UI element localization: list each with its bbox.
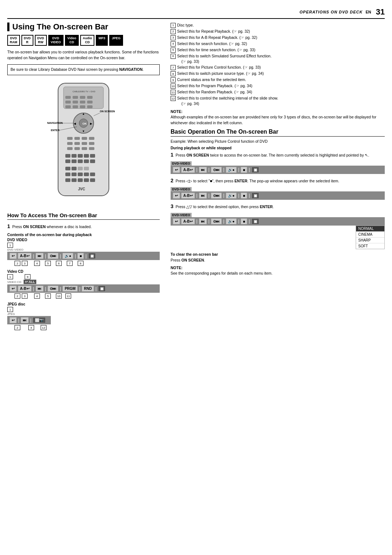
jpeg-num-4: 4 <box>28 325 34 330</box>
list-num-2: 2 <box>171 29 176 34</box>
svg-rect-12 <box>73 105 78 108</box>
vcd-repeat-btn[interactable]: ↩ <box>9 285 17 292</box>
b1-search[interactable]: ⊙⏭ <box>211 167 222 173</box>
list-text-4: Select this for search function. (☞ pg. … <box>177 41 247 46</box>
svg-rect-10 <box>87 101 93 104</box>
popup-sharp[interactable]: SHARP <box>356 238 384 243</box>
svg-rect-61 <box>78 178 83 182</box>
list-item-12: 12 Select this to control the switching … <box>171 96 385 106</box>
b3-source[interactable]: ▣ <box>252 218 259 224</box>
b2-repeat[interactable]: ↩ <box>173 193 180 199</box>
example-text: Example: When selecting Picture Control … <box>171 139 385 144</box>
list-num-1: 1 <box>171 23 176 28</box>
b1-source[interactable]: ▣ <box>252 167 259 173</box>
svg-rect-54 <box>65 173 70 176</box>
svg-rect-13 <box>80 105 85 108</box>
step1-number: 1 <box>7 223 10 229</box>
list-num-8: 8 <box>171 71 176 76</box>
popup-cinema[interactable]: CINEMA <box>356 232 384 238</box>
bar-skip-btn[interactable]: ⏭ <box>36 253 44 259</box>
bar-pic-btn[interactable]: ■ <box>77 253 84 259</box>
svg-rect-14 <box>87 105 93 108</box>
b2-pic[interactable]: ■ <box>241 193 247 199</box>
popup-normal[interactable]: NORMAL <box>356 226 384 232</box>
b2-ab[interactable]: A-B↩ <box>181 193 195 199</box>
svg-rect-46 <box>72 159 77 163</box>
jpeg-numbers-row: 2 4 12 <box>7 325 160 330</box>
bar-repeat-btn[interactable]: ↩ <box>9 253 17 259</box>
list-item-8: 8 Select this to switch picture source t… <box>171 71 385 76</box>
popup-soft[interactable]: SOFT <box>356 243 384 249</box>
b2-source[interactable]: ▣ <box>252 193 259 199</box>
list-item-6: 6 Select this to switch Simulated Surrou… <box>171 53 385 64</box>
jpeg-interval-btn[interactable]: ⬜📷 <box>33 317 46 323</box>
list-num-10: 10 <box>171 84 176 89</box>
b1-ab[interactable]: A-B↩ <box>181 167 195 173</box>
b2-search[interactable]: ⊙⏭ <box>211 193 222 199</box>
list-text-8: Select this to switch picture source typ… <box>177 71 264 76</box>
svg-text:OK: OK <box>82 122 87 125</box>
vcd-source-btn[interactable]: ▣ <box>98 285 106 292</box>
b3-skip[interactable]: ⏭ <box>199 218 207 224</box>
b1-pic[interactable]: ■ <box>241 167 247 173</box>
svg-rect-35 <box>89 142 94 145</box>
b3-search[interactable]: ⊙⏭ <box>211 218 222 224</box>
basic-bar-1: ↩ A-B↩ | ⏭ | ⊙⏭ | 🔊● | ■ | ▣ <box>171 166 385 174</box>
badge-mp3: MP3 <box>96 35 108 46</box>
vcd-prgm-btn[interactable]: PRGM <box>62 285 78 292</box>
b1-repeat[interactable]: ↩ <box>173 167 180 173</box>
during-label: During playback or while stopped <box>171 146 385 150</box>
b3-surr[interactable]: 🔊● <box>226 218 237 224</box>
bar-ab-btn[interactable]: A-B↩ <box>18 253 32 259</box>
bar-surround-btn[interactable]: 🔊● <box>62 253 73 259</box>
list-num-11: 11 <box>171 90 176 95</box>
b2-skip[interactable]: ⏭ <box>199 193 207 199</box>
badge-dvd-rw: DVDRW <box>35 35 47 46</box>
b2-surr[interactable]: 🔊● <box>226 193 237 199</box>
vcd-ab-btn[interactable]: A-B↩ <box>18 285 32 292</box>
remote-diagram: CABLE/DBS TV ○ DVD <box>7 80 160 207</box>
vcd-skip-btn[interactable]: ⏭ <box>36 285 44 292</box>
svg-text:▲: ▲ <box>82 112 85 116</box>
b1-surr[interactable]: 🔊● <box>226 167 237 173</box>
video-cd-sublabel: VIDEO CD <box>7 280 21 284</box>
svg-rect-29 <box>74 137 80 140</box>
b3-repeat[interactable]: ↩ <box>173 218 180 224</box>
list-text-2: Select this for Repeat Playback. (☞ pg. … <box>177 29 250 34</box>
svg-rect-31 <box>89 137 94 140</box>
all-badge: ↩ ALL <box>24 280 37 284</box>
list-item-10: 10 Select this for Program Playback. (☞ … <box>171 83 385 89</box>
bar-search-btn[interactable]: ⊙⏭ <box>48 253 58 259</box>
num-7: 7 <box>67 261 73 266</box>
disc-type-badges: DVDRAM DVDR DVDRW DVDVIDEO VideoCD Audio… <box>7 35 160 46</box>
b3-ab[interactable]: A-B↩ <box>181 218 195 224</box>
svg-rect-41 <box>72 154 77 158</box>
step1-text: 1 Press ON SCREEN whenever a disc is loa… <box>7 223 160 230</box>
svg-rect-34 <box>82 142 87 145</box>
basic-step2: 2 Press ◁▷ to select "■", then press ENT… <box>171 177 385 185</box>
svg-rect-62 <box>84 178 89 182</box>
b1-skip[interactable]: ⏭ <box>199 167 207 173</box>
basic-bar-2: ↩ A-B↩ | ⏭ | ⊙⏭ | 🔊● | ■ | ▣ <box>171 191 385 200</box>
badge-jpeg: JPEG <box>109 35 123 46</box>
remote-svg: CABLE/DBS TV ○ DVD <box>36 80 131 207</box>
jpeg-section: JPEG disc 1 JPEG ↩ | ⏭ | ⬜📷 2 4 <box>7 302 160 330</box>
jpeg-repeat-btn[interactable]: ↩ <box>9 317 17 323</box>
jpeg-skip-btn[interactable]: ⏭ <box>21 317 29 323</box>
vcd-search-btn[interactable]: ⊙⏭ <box>48 285 58 292</box>
en-label: EN <box>366 10 371 14</box>
bar-source-btn[interactable]: ▣ <box>88 253 96 259</box>
vcd-rnd-btn[interactable]: RND <box>82 285 94 292</box>
basic-dvd-label-2: DVD-VIDEO <box>171 187 192 191</box>
note-content: Although examples of the on-screen bar a… <box>171 114 385 126</box>
svg-rect-45 <box>65 159 70 163</box>
popup-options: NORMAL CINEMA SHARP SOFT <box>356 226 385 249</box>
list-num-4: 4 <box>171 41 176 46</box>
b3-pic[interactable]: ■ <box>241 218 247 224</box>
svg-text:▶: ▶ <box>90 122 93 125</box>
list-text-7: Select this for Picture Control function… <box>177 65 261 70</box>
list-text-3: Select this for A-B Repeat Playback. (☞ … <box>177 35 257 40</box>
basic-step3-num: 3 <box>171 203 173 209</box>
vcd-num-10: 10 <box>56 293 62 299</box>
svg-rect-50 <box>65 167 70 170</box>
